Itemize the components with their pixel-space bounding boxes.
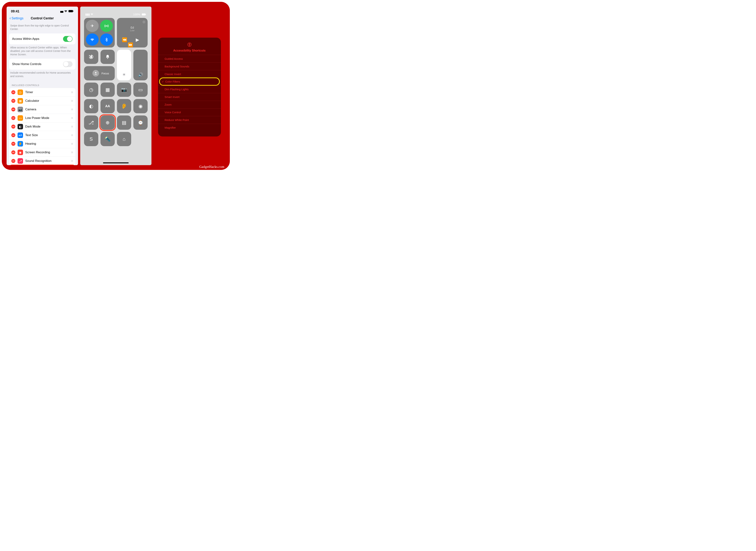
cc-tile-screen-record[interactable]: ◉ <box>133 99 148 113</box>
reorder-handle[interactable]: ≡ <box>71 116 73 120</box>
home-indicator[interactable] <box>103 162 129 163</box>
control-row-text[interactable]: ᴀAText Size≡ <box>9 131 75 139</box>
airplay-icon[interactable]: ◎ <box>142 20 145 24</box>
notes-icon: ▤ <box>122 120 126 125</box>
reorder-handle[interactable]: ≡ <box>71 159 73 163</box>
np-subtitle: Low <box>117 29 148 32</box>
silent-tile[interactable] <box>100 50 115 64</box>
cellular-toggle[interactable] <box>100 20 113 32</box>
shortcut-guided-access[interactable]: Guided Access <box>158 55 221 62</box>
np-title: DJ <box>117 26 148 29</box>
shortcut-label: Guided Access <box>165 57 183 60</box>
low-power-icon: ▭ <box>138 87 143 93</box>
bluetooth-toggle[interactable] <box>100 33 113 46</box>
back-button[interactable]: ‹ Settings <box>9 16 23 20</box>
shortcut-label: Background Sounds <box>165 65 189 68</box>
shazam-icon: S <box>89 136 93 142</box>
screen-record-icon: ◉ <box>138 103 143 109</box>
orientation-lock-tile[interactable] <box>84 50 98 64</box>
reorder-handle[interactable]: ≡ <box>71 99 73 103</box>
home-toggle[interactable] <box>63 61 72 67</box>
cc-tile-calculator[interactable]: ▦ <box>100 83 115 97</box>
now-playing: DJ Low <box>117 26 148 32</box>
shortcut-classic-invert[interactable]: Classic Invert <box>158 70 221 78</box>
reorder-handle[interactable]: ≡ <box>71 90 73 94</box>
focus-tile[interactable]: Focus <box>84 66 115 80</box>
access-toggle[interactable] <box>63 36 72 42</box>
remove-button[interactable] <box>11 150 15 154</box>
shortcut-dim-flashing-lights[interactable]: Dim Flashing Lights <box>158 85 221 93</box>
remove-button[interactable] <box>11 125 15 129</box>
shortcut-voice-control[interactable]: Voice Control <box>158 108 221 116</box>
reorder-handle[interactable]: ≡ <box>71 142 73 146</box>
remove-button[interactable] <box>11 116 15 120</box>
cc-tile-flashlight[interactable]: 🔦 <box>100 132 115 146</box>
svg-rect-3 <box>146 14 146 15</box>
back-label: Settings <box>12 16 23 20</box>
reorder-handle[interactable]: ≡ <box>71 108 73 111</box>
cc-tile-sound-recog[interactable]: ⎇ <box>84 115 98 130</box>
ear-icon: 👂 <box>18 141 23 146</box>
svg-rect-1 <box>73 11 73 12</box>
control-row-dark[interactable]: ◐Dark Mode≡ <box>9 122 75 131</box>
access-within-apps-row[interactable]: Access Within Apps <box>9 33 75 44</box>
cc-tile-text-size[interactable]: AA <box>100 99 115 113</box>
wifi-icon <box>90 13 93 16</box>
reorder-handle[interactable]: ≡ <box>71 150 73 154</box>
brightness-slider[interactable]: ☀ <box>117 50 131 80</box>
shortcut-reduce-white-point[interactable]: Reduce White Point <box>158 116 221 124</box>
remove-button[interactable] <box>11 99 15 103</box>
cellular-icon: ▮▮▮ <box>85 13 90 16</box>
focus-label: Focus <box>102 72 109 75</box>
shortcut-magnifier[interactable]: Magnifier <box>158 124 221 131</box>
shortcut-background-sounds[interactable]: Background Sounds <box>158 62 221 70</box>
tutorial-composite: 09:41 ‹ Settings Control Center Swipe do… <box>2 2 230 170</box>
dark-mode-icon: ◐ <box>89 103 93 109</box>
control-row-ear[interactable]: 👂Hearing≡ <box>9 139 75 148</box>
wifi-toggle[interactable] <box>86 33 99 46</box>
shortcut-color-filters[interactable]: ✓Color Filters <box>159 77 220 86</box>
control-row-record[interactable]: ◉Screen Recording≡ <box>9 148 75 157</box>
control-row-camera[interactable]: 📷Camera≡ <box>9 105 75 114</box>
media-controls[interactable]: ⏪ ▶ ⏩ <box>117 37 148 47</box>
shortcut-smart-invert[interactable]: Smart Invert <box>158 93 221 101</box>
remove-button[interactable] <box>11 159 15 163</box>
control-row-sound[interactable]: ⎇Sound Recognition≡ <box>9 157 75 165</box>
control-row-timer[interactable]: ◷Timer≡ <box>9 88 75 97</box>
airplane-toggle[interactable]: ✈ <box>86 20 99 32</box>
status-icons <box>60 9 74 13</box>
cc-tile-camera[interactable]: 📷 <box>117 83 131 97</box>
sound-icon: ⎇ <box>18 158 23 164</box>
cc-tile-shazam[interactable]: S <box>84 132 98 146</box>
remove-button[interactable] <box>11 133 15 137</box>
control-row-battery[interactable]: ▭Low Power Mode≡ <box>9 114 75 122</box>
text-size-icon: AA <box>105 104 110 108</box>
cc-tile-accessibility[interactable]: ⊕ <box>100 115 115 130</box>
dark-icon: ◐ <box>18 124 23 129</box>
cc-tile-hearing[interactable]: 👂 <box>117 99 131 113</box>
home-controls-row[interactable]: Show Home Controls <box>9 59 75 70</box>
connectivity-tile[interactable]: ✈ <box>84 18 115 47</box>
cc-tile-timer[interactable]: ◷ <box>84 83 98 97</box>
control-row-calc[interactable]: ▦Calculator≡ <box>9 97 75 105</box>
remove-button[interactable] <box>11 107 15 111</box>
access-label: Access Within Apps <box>12 37 39 41</box>
row-label: Hearing <box>25 142 69 146</box>
media-tile[interactable]: ◎ DJ Low ⏪ ▶ ⏩ <box>117 18 148 47</box>
calc-icon: ▦ <box>18 98 23 104</box>
cc-tile-dark-mode[interactable]: ◐ <box>84 99 98 113</box>
cc-tile-watch-ping[interactable]: ⌚ <box>133 115 148 130</box>
reorder-handle[interactable]: ≡ <box>71 133 73 137</box>
shortcuts-list: Guided AccessBackground SoundsClassic In… <box>158 55 221 131</box>
cc-tile-notes[interactable]: ▤ <box>117 115 131 130</box>
cc-tile-home[interactable]: ⌂ <box>117 132 131 146</box>
row-label: Dark Mode <box>25 125 69 128</box>
volume-slider[interactable]: 🔊 <box>133 50 148 80</box>
accessibility-shortcuts-panel: Accessibility Shortcuts Guided AccessBac… <box>154 7 225 165</box>
shortcut-zoom[interactable]: Zoom <box>158 101 221 108</box>
remove-button[interactable] <box>11 142 15 146</box>
reorder-handle[interactable]: ≡ <box>71 125 73 129</box>
cellular-icon <box>60 9 63 13</box>
cc-tile-low-power[interactable]: ▭ <box>133 83 148 97</box>
remove-button[interactable] <box>11 90 15 94</box>
